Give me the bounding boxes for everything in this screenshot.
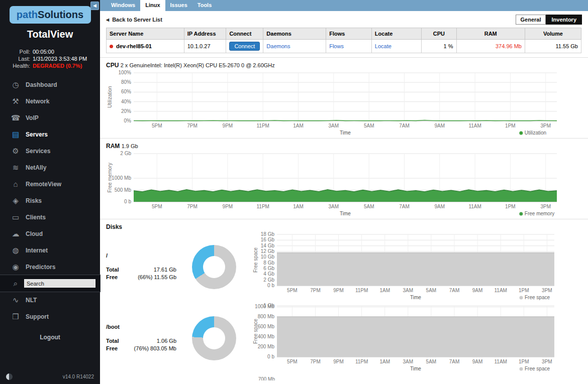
sidebar-item-network[interactable]: ⚒ Network [0,93,100,109]
svg-text:1AM: 1AM [293,123,304,129]
theme-toggle-icon[interactable] [6,373,13,380]
svg-text:0 b: 0 b [267,283,274,288]
flows-link[interactable]: Flows [329,43,344,49]
svg-text:80%: 80% [121,79,131,85]
view-toggle-group: General Inventory [516,15,582,25]
sidebar-item-label: Servers [26,131,48,138]
col-cpu: CPU [422,28,456,40]
network-icon: ⚒ [10,97,21,106]
server-name: dev-rhel85-01 [116,43,152,49]
collapse-sidebar-button[interactable]: ◀ [90,2,99,10]
svg-text:5AM: 5AM [426,288,437,293]
ram-value-cell: 374.96 Mb [456,40,525,53]
health-row: Health: DEGRADED (0.7%) [4,62,96,69]
sidebar-item-netally[interactable]: ≋ NetAlly [0,159,100,176]
sidebar-item-remoteview[interactable]: ⌂ RemoteView [0,176,100,192]
health-label: Health: [4,62,30,69]
sidebar-item-services[interactable]: ⚙ Services [0,143,100,159]
svg-text:3AM: 3AM [403,359,414,364]
sidebar-item-voip[interactable]: ☎ VoIP [0,109,100,126]
tab-windows[interactable]: Windows [106,0,140,11]
sidebar-item-dashboard[interactable]: ◷ Dashboard [0,76,100,93]
version-label: v14.0 R14022 [63,374,94,379]
svg-text:11PM: 11PM [355,288,368,293]
ram-section-subtitle: 1.9 Gb [122,143,138,149]
svg-text:11AM: 11AM [495,288,507,293]
cpu-section-title-row: CPU 2 x GenuineIntel: Intel(R) Xeon(R) C… [106,62,582,69]
sidebar-item-cloud[interactable]: ☁ Cloud [0,225,100,242]
svg-text:Time: Time [340,211,351,216]
svg-text:7PM: 7PM [187,123,198,129]
sidebar-item-label: Clients [26,214,46,221]
sidebar-item-internet[interactable]: ◍ Internet [0,242,100,259]
svg-text:1000 Mb: 1000 Mb [112,175,131,181]
svg-text:Free space: Free space [253,319,258,344]
svg-text:40%: 40% [121,99,131,104]
connect-button[interactable]: Connect [229,42,260,51]
svg-text:5PM: 5PM [152,204,162,209]
svg-text:Time: Time [340,130,351,136]
svg-text:3PM: 3PM [542,359,552,364]
server-table: Server Name IP Address Connect Daemons F… [106,28,581,53]
status-info: Poll: 00:05:00 Last: 1/31/2023 3:53:48 P… [4,48,96,69]
top-tab-bar: Windows Linux Issues Tools [100,0,588,11]
svg-text:2 Gb: 2 Gb [120,151,131,156]
ram-section: RAM 1.9 Gb 0 b500 Mb1000 Mb2 Gb5PM7PM9PM… [100,138,588,219]
svg-text:5AM: 5AM [364,204,374,209]
disk-row-boot: /boot Total 1.06 Gb Free (76%) 803.05 Mb [106,303,582,374]
sidebar-item-label: Network [26,98,49,105]
sidebar-item-label: Cloud [26,230,43,237]
svg-text:11PM: 11PM [355,359,368,364]
sidebar-item-predictors[interactable]: ◉ Predictors [0,259,100,275]
tab-linux[interactable]: Linux [140,0,165,11]
inventory-button[interactable]: Inventory [546,15,582,25]
locate-link[interactable]: Locate [375,43,391,49]
svg-text:1PM: 1PM [505,204,516,209]
disk-root-usage-donut [192,245,236,289]
svg-text:5AM: 5AM [426,359,437,364]
services-icon: ⚙ [10,147,21,156]
back-to-server-list-link[interactable]: ◀ Back to Server List [106,17,162,23]
svg-text:Time: Time [410,295,421,300]
cpu-section: CPU 2 x GenuineIntel: Intel(R) Xeon(R) C… [100,57,588,138]
sidebar-item-label: NLT [26,297,37,304]
server-table-row: dev-rhel85-01 10.1.0.27 Connect Daemons … [107,40,581,53]
pathsolutions-logo[interactable]: pathSolutions [10,6,91,24]
sidebar-item-nlt[interactable]: ∿ NLT [0,292,100,308]
tab-issues[interactable]: Issues [165,0,192,11]
svg-text:4 Gb: 4 Gb [263,271,274,277]
svg-text:1 Gb: 1 Gb [263,303,274,308]
general-button[interactable]: General [516,15,546,25]
disk-total-label: Total [106,267,119,273]
svg-text:9PM: 9PM [223,123,233,129]
disk-boot-usage-donut [192,316,236,360]
sidebar-item-risks[interactable]: ◈ Risks [0,192,100,209]
svg-text:9AM: 9AM [472,288,483,293]
disks-section-title-row: Disks [106,223,582,230]
svg-text:0%: 0% [124,118,132,123]
disk-total-label: Total [106,338,119,344]
svg-text:1PM: 1PM [519,359,529,364]
disk-root-name: / [106,252,176,259]
daemons-link[interactable]: Daemons [266,43,290,49]
clients-icon: ▭ [10,213,21,222]
app-root: pathSolutions TotalView Poll: 00:05:00 L… [0,0,588,384]
svg-text:11PM: 11PM [257,123,269,129]
sidebar-item-support[interactable]: ❒ Support [0,308,100,325]
internet-icon: ◍ [10,246,21,255]
tab-tools[interactable]: Tools [192,0,217,11]
sidebar-item-servers[interactable]: ▤ Servers [0,126,100,143]
sidebar-search: ⌕ [0,275,100,292]
svg-text:7AM: 7AM [399,204,410,209]
sidebar-item-clients[interactable]: ▭ Clients [0,209,100,225]
svg-text:2 Gb: 2 Gb [263,277,274,283]
logout-button[interactable]: Logout [0,334,100,341]
svg-text:16 Gb: 16 Gb [261,237,275,242]
disk-info-boot: /boot Total 1.06 Gb Free (76%) 803.05 Mb [106,324,176,353]
svg-text:600 Mb: 600 Mb [258,324,275,329]
svg-text:Free space: Free space [253,247,258,273]
sidebar: pathSolutions TotalView Poll: 00:05:00 L… [0,0,100,384]
sidebar-search-input[interactable] [24,279,95,288]
cpu-section-title: CPU [106,62,119,69]
svg-text:5AM: 5AM [364,123,374,129]
